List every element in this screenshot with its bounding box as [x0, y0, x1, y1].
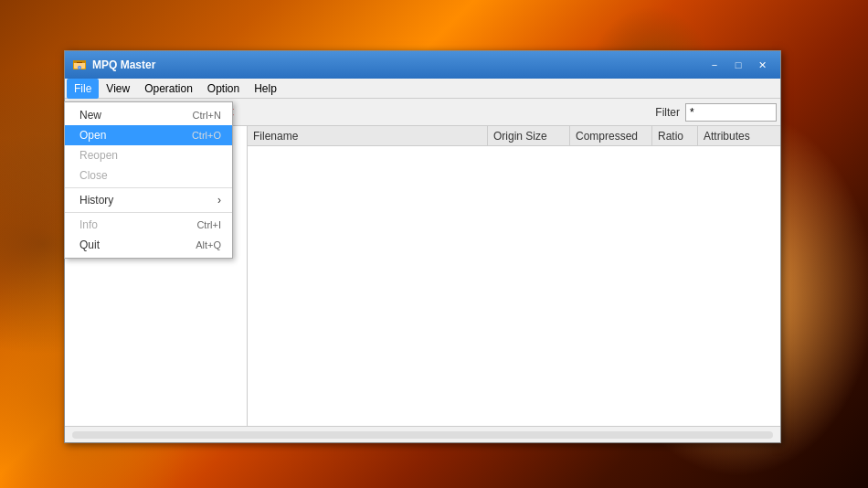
col-attributes: Attributes — [698, 126, 780, 145]
title-bar: MPQ Master − □ ✕ — [65, 51, 780, 79]
filter-label: Filter — [655, 106, 683, 119]
maximize-button[interactable]: □ — [727, 56, 749, 74]
right-panel: Filename Origin Size Compressed Ratio At… — [248, 126, 780, 426]
col-origin-size: Origin Size — [488, 126, 570, 145]
app-icon — [72, 58, 87, 72]
svg-point-5 — [79, 67, 80, 69]
menu-option-label: Option — [207, 82, 239, 95]
menu-help[interactable]: Help — [247, 79, 284, 99]
filter-input[interactable] — [685, 103, 777, 122]
menu-item-info-shortcut: Ctrl+I — [196, 219, 221, 230]
status-bar — [65, 426, 780, 442]
menu-view[interactable]: View — [99, 79, 137, 99]
window-close-button[interactable]: ✕ — [751, 56, 773, 74]
col-compressed: Compressed — [570, 126, 652, 145]
menu-item-new-shortcut: Ctrl+N — [193, 110, 221, 121]
menu-item-quit-shortcut: Alt+Q — [196, 239, 221, 250]
menu-item-history[interactable]: History › — [65, 190, 232, 210]
col-filename: Filename — [248, 126, 488, 145]
menu-option[interactable]: Option — [200, 79, 247, 99]
menu-item-open[interactable]: Open Ctrl+O — [65, 125, 232, 145]
window-title: MPQ Master — [92, 58, 704, 71]
menu-item-open-shortcut: Ctrl+O — [192, 130, 221, 141]
menu-item-info: Info Ctrl+I — [65, 215, 232, 235]
menu-item-close-label: Close — [79, 169, 221, 182]
menu-item-close: Close — [65, 165, 232, 186]
menu-operation[interactable]: Operation — [137, 79, 200, 99]
menu-item-info-label: Info — [79, 218, 178, 231]
menu-item-reopen-label: Reopen — [79, 149, 221, 162]
minimize-button[interactable]: − — [704, 56, 725, 74]
menu-view-label: View — [106, 82, 130, 95]
menu-item-new[interactable]: New Ctrl+N — [65, 105, 232, 125]
menu-separator-1 — [65, 187, 232, 188]
table-body — [248, 146, 780, 426]
menu-item-quit-label: Quit — [79, 239, 177, 251]
menu-item-reopen: Reopen — [65, 145, 232, 165]
file-menu-dropdown: New Ctrl+N Open Ctrl+O Reopen Close Hist… — [64, 101, 233, 259]
menu-item-history-label: History — [79, 194, 217, 207]
menu-item-new-label: New — [79, 109, 175, 122]
menu-operation-label: Operation — [144, 82, 193, 95]
col-ratio: Ratio — [652, 126, 698, 145]
horizontal-scrollbar[interactable] — [72, 431, 773, 439]
svg-rect-3 — [77, 62, 82, 63]
menu-separator-2 — [65, 212, 232, 213]
table-header: Filename Origin Size Compressed Ratio At… — [248, 126, 780, 146]
menu-file-label: File — [74, 82, 91, 95]
menu-help-label: Help — [254, 82, 277, 95]
window-controls: − □ ✕ — [704, 56, 773, 74]
history-submenu-arrow: › — [217, 194, 221, 207]
menu-file[interactable]: File — [67, 79, 99, 99]
menu-bar: File View Operation Option Help — [65, 79, 780, 99]
menu-item-open-label: Open — [79, 129, 174, 142]
menu-item-quit[interactable]: Quit Alt+Q — [65, 235, 232, 255]
